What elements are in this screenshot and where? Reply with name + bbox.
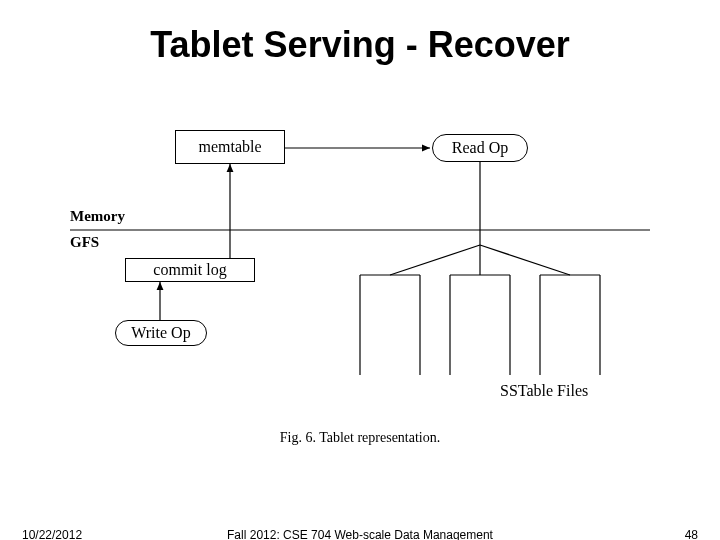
gfs-label: GFS: [70, 234, 99, 251]
svg-line-5: [390, 245, 480, 275]
diagram-container: memtable Read Op Memory GFS commit log W…: [60, 120, 660, 460]
write-op-box: Write Op: [115, 320, 207, 346]
write-op-label: Write Op: [131, 324, 190, 342]
read-op-label: Read Op: [452, 139, 508, 157]
figure-caption: Fig. 6. Tablet representation.: [60, 430, 660, 446]
read-op-box: Read Op: [432, 134, 528, 162]
commit-log-label: commit log: [153, 261, 226, 279]
svg-line-7: [480, 245, 570, 275]
slide-title: Tablet Serving - Recover: [0, 24, 720, 66]
commit-log-box: commit log: [125, 258, 255, 282]
diagram-lines: [60, 120, 660, 460]
footer-course: Fall 2012: CSE 704 Web-scale Data Manage…: [0, 528, 720, 540]
memtable-label: memtable: [198, 138, 261, 156]
memtable-box: memtable: [175, 130, 285, 164]
memory-label: Memory: [70, 208, 125, 225]
sstable-files-label: SSTable Files: [500, 382, 588, 400]
footer-page-number: 48: [685, 528, 698, 540]
